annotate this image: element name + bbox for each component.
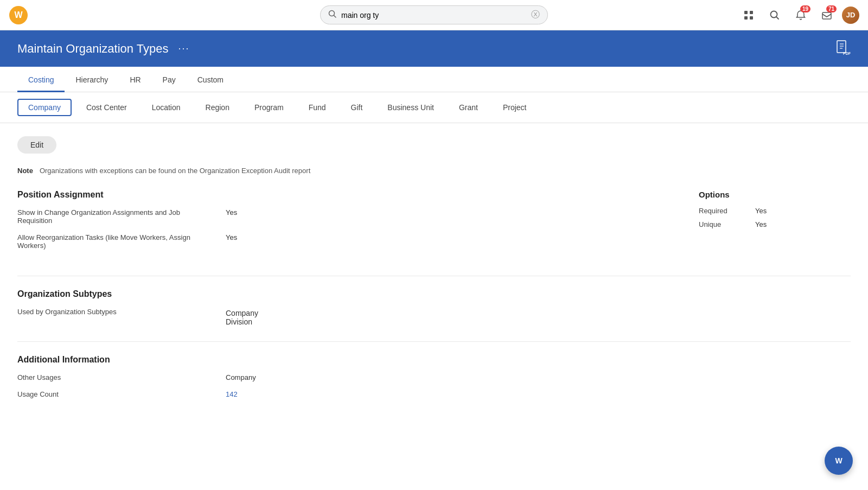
subtype-value-1: Company — [226, 309, 258, 317]
tab2-fund[interactable]: Fund — [298, 99, 336, 116]
tab-costing[interactable]: Costing — [17, 67, 65, 92]
additional-info-section: Additional Information Other Usages Comp… — [17, 355, 851, 398]
subtype-value-2: Division — [226, 317, 258, 326]
note-row: Note Organizations with exceptions can b… — [17, 167, 851, 175]
option-required: Required Yes — [699, 207, 851, 215]
other-usages-label: Other Usages — [17, 373, 213, 381]
position-assignment-left: Position Assignment Show in Change Organ… — [17, 190, 655, 258]
org-subtypes-section: Organization Subtypes Used by Organizati… — [17, 289, 851, 326]
option-required-value: Yes — [755, 207, 767, 215]
workday-logo[interactable]: W — [9, 5, 28, 25]
tab2-location[interactable]: Location — [142, 99, 191, 116]
usage-count-row: Usage Count 142 — [17, 390, 851, 398]
nav-icons: 19 71 JD — [738, 4, 859, 26]
field-row-1: Show in Change Organization Assignments … — [17, 208, 655, 225]
more-options-button[interactable]: ··· — [175, 42, 193, 55]
tab2-region[interactable]: Region — [195, 99, 240, 116]
tab-pay[interactable]: Pay — [152, 67, 187, 92]
notification-badge: 19 — [800, 5, 810, 12]
tab2-program[interactable]: Program — [244, 99, 294, 116]
svg-text:PDF: PDF — [843, 52, 851, 55]
page-header-left: Maintain Organization Types ··· — [17, 42, 193, 56]
position-assignment-section: Position Assignment Show in Change Organ… — [17, 190, 851, 258]
tab2-company[interactable]: Company — [17, 99, 72, 116]
option-unique-value: Yes — [755, 220, 767, 228]
field-value-1: Yes — [226, 208, 237, 217]
inbox-badge: 71 — [826, 5, 837, 12]
main-content: Costing Hierarchy HR Pay Custom Company … — [0, 67, 868, 490]
divider-1 — [17, 276, 851, 276]
subtype-values: Company Division — [226, 309, 258, 326]
used-by-label: Used by Organization Subtypes — [17, 308, 213, 316]
other-usages-value: Company — [226, 373, 256, 381]
page-title: Maintain Organization Types — [17, 42, 168, 56]
tabs-row-2: Company Cost Center Location Region Prog… — [0, 92, 868, 123]
tab2-cost-center[interactable]: Cost Center — [76, 99, 137, 116]
search-icon — [328, 10, 337, 20]
tabs-row-1: Costing Hierarchy HR Pay Custom — [0, 67, 868, 92]
note-text: Organizations with exceptions can be fou… — [40, 167, 310, 175]
other-usages-row: Other Usages Company — [17, 373, 851, 381]
page-header: Maintain Organization Types ··· PDF — [0, 30, 868, 67]
svg-rect-5 — [750, 11, 753, 14]
notifications-button[interactable]: 19 — [790, 4, 812, 26]
pdf-export[interactable]: PDF — [835, 40, 851, 57]
option-required-label: Required — [699, 207, 742, 215]
option-unique-label: Unique — [699, 220, 742, 228]
top-nav: W ⓧ — [0, 0, 868, 30]
svg-rect-11 — [837, 41, 846, 53]
search-bar: ⓧ — [320, 5, 548, 24]
search-button[interactable] — [764, 4, 786, 26]
usage-count-label: Usage Count — [17, 390, 213, 398]
field-label-1: Show in Change Organization Assignments … — [17, 208, 213, 225]
option-unique: Unique Yes — [699, 220, 851, 228]
search-clear-icon[interactable]: ⓧ — [531, 9, 540, 21]
floating-help-button[interactable]: W — [825, 447, 853, 475]
svg-line-3 — [334, 16, 336, 18]
inbox-button[interactable]: 71 — [816, 4, 838, 26]
svg-rect-4 — [744, 11, 748, 14]
divider-2 — [17, 341, 851, 342]
org-subtypes-title: Organization Subtypes — [17, 289, 851, 299]
field-row-2: Allow Reorganization Tasks (like Move Wo… — [17, 233, 655, 250]
tab2-gift[interactable]: Gift — [341, 99, 373, 116]
edit-button[interactable]: Edit — [17, 136, 56, 154]
tab-custom[interactable]: Custom — [187, 67, 234, 92]
svg-rect-7 — [750, 16, 753, 20]
options-section: Options Required Yes Unique Yes — [699, 190, 851, 258]
options-title: Options — [699, 190, 851, 199]
svg-text:W: W — [14, 10, 23, 20]
svg-rect-6 — [744, 16, 748, 20]
usage-count-value[interactable]: 142 — [226, 390, 238, 398]
svg-text:W: W — [835, 456, 843, 465]
search-input[interactable] — [341, 11, 531, 20]
note-label: Note — [17, 167, 33, 175]
field-value-2: Yes — [226, 233, 237, 241]
apps-button[interactable] — [738, 4, 760, 26]
subtypes-field-row: Used by Organization Subtypes Company Di… — [17, 308, 851, 326]
tab-hr[interactable]: HR — [119, 67, 151, 92]
tab2-project[interactable]: Project — [493, 99, 537, 116]
tab2-grant[interactable]: Grant — [449, 99, 488, 116]
svg-rect-10 — [822, 12, 831, 19]
tab2-business-unit[interactable]: Business Unit — [377, 99, 444, 116]
field-label-2: Allow Reorganization Tasks (like Move Wo… — [17, 233, 213, 250]
additional-info-title: Additional Information — [17, 355, 851, 365]
content-area: Edit Note Organizations with exceptions … — [0, 123, 868, 420]
svg-line-9 — [776, 17, 778, 19]
position-assignment-title: Position Assignment — [17, 190, 655, 200]
avatar[interactable]: JD — [842, 7, 859, 24]
tab-hierarchy[interactable]: Hierarchy — [65, 67, 119, 92]
